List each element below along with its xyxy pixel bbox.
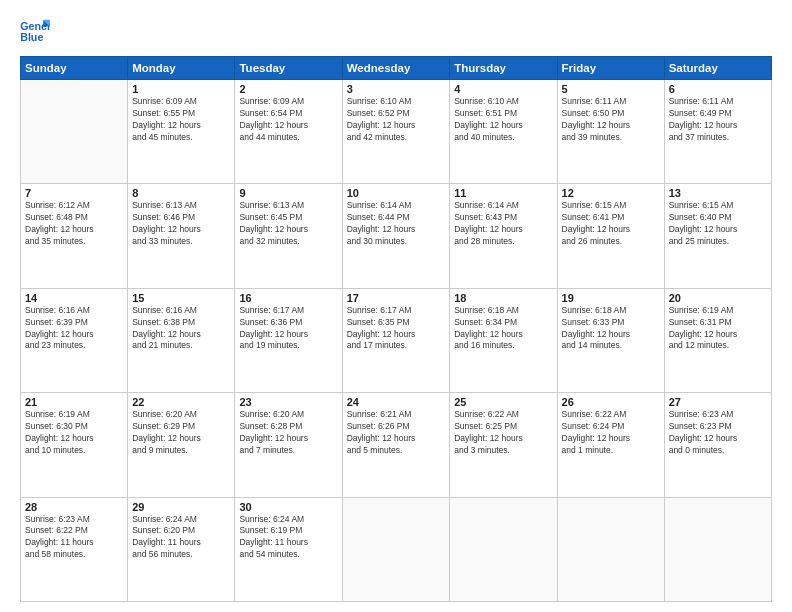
day-info: Sunrise: 6:18 AMSunset: 6:34 PMDaylight:… bbox=[454, 305, 552, 353]
calendar-cell: 19Sunrise: 6:18 AMSunset: 6:33 PMDayligh… bbox=[557, 288, 664, 392]
day-info: Sunrise: 6:13 AMSunset: 6:45 PMDaylight:… bbox=[239, 200, 337, 248]
day-number: 17 bbox=[347, 292, 446, 304]
calendar: SundayMondayTuesdayWednesdayThursdayFrid… bbox=[20, 56, 772, 602]
day-header-saturday: Saturday bbox=[664, 57, 771, 80]
day-info: Sunrise: 6:15 AMSunset: 6:40 PMDaylight:… bbox=[669, 200, 767, 248]
day-number: 4 bbox=[454, 83, 552, 95]
calendar-cell bbox=[557, 497, 664, 601]
day-info: Sunrise: 6:18 AMSunset: 6:33 PMDaylight:… bbox=[562, 305, 660, 353]
calendar-cell: 24Sunrise: 6:21 AMSunset: 6:26 PMDayligh… bbox=[342, 393, 450, 497]
calendar-cell: 18Sunrise: 6:18 AMSunset: 6:34 PMDayligh… bbox=[450, 288, 557, 392]
calendar-cell: 21Sunrise: 6:19 AMSunset: 6:30 PMDayligh… bbox=[21, 393, 128, 497]
day-number: 24 bbox=[347, 396, 446, 408]
day-info: Sunrise: 6:23 AMSunset: 6:23 PMDaylight:… bbox=[669, 409, 767, 457]
day-number: 27 bbox=[669, 396, 767, 408]
day-info: Sunrise: 6:09 AMSunset: 6:55 PMDaylight:… bbox=[132, 96, 230, 144]
day-info: Sunrise: 6:22 AMSunset: 6:24 PMDaylight:… bbox=[562, 409, 660, 457]
calendar-cell: 20Sunrise: 6:19 AMSunset: 6:31 PMDayligh… bbox=[664, 288, 771, 392]
day-info: Sunrise: 6:17 AMSunset: 6:36 PMDaylight:… bbox=[239, 305, 337, 353]
week-row-1: 1Sunrise: 6:09 AMSunset: 6:55 PMDaylight… bbox=[21, 80, 772, 184]
calendar-cell: 12Sunrise: 6:15 AMSunset: 6:41 PMDayligh… bbox=[557, 184, 664, 288]
day-header-sunday: Sunday bbox=[21, 57, 128, 80]
day-info: Sunrise: 6:19 AMSunset: 6:30 PMDaylight:… bbox=[25, 409, 123, 457]
calendar-cell: 17Sunrise: 6:17 AMSunset: 6:35 PMDayligh… bbox=[342, 288, 450, 392]
day-number: 29 bbox=[132, 501, 230, 513]
calendar-cell: 22Sunrise: 6:20 AMSunset: 6:29 PMDayligh… bbox=[128, 393, 235, 497]
week-row-3: 14Sunrise: 6:16 AMSunset: 6:39 PMDayligh… bbox=[21, 288, 772, 392]
day-info: Sunrise: 6:10 AMSunset: 6:52 PMDaylight:… bbox=[347, 96, 446, 144]
day-number: 12 bbox=[562, 187, 660, 199]
day-info: Sunrise: 6:13 AMSunset: 6:46 PMDaylight:… bbox=[132, 200, 230, 248]
day-info: Sunrise: 6:11 AMSunset: 6:50 PMDaylight:… bbox=[562, 96, 660, 144]
day-number: 1 bbox=[132, 83, 230, 95]
week-row-2: 7Sunrise: 6:12 AMSunset: 6:48 PMDaylight… bbox=[21, 184, 772, 288]
day-number: 16 bbox=[239, 292, 337, 304]
day-number: 20 bbox=[669, 292, 767, 304]
day-number: 3 bbox=[347, 83, 446, 95]
day-number: 11 bbox=[454, 187, 552, 199]
calendar-cell: 13Sunrise: 6:15 AMSunset: 6:40 PMDayligh… bbox=[664, 184, 771, 288]
day-info: Sunrise: 6:12 AMSunset: 6:48 PMDaylight:… bbox=[25, 200, 123, 248]
calendar-cell: 30Sunrise: 6:24 AMSunset: 6:19 PMDayligh… bbox=[235, 497, 342, 601]
calendar-cell: 4Sunrise: 6:10 AMSunset: 6:51 PMDaylight… bbox=[450, 80, 557, 184]
calendar-cell: 26Sunrise: 6:22 AMSunset: 6:24 PMDayligh… bbox=[557, 393, 664, 497]
day-number: 26 bbox=[562, 396, 660, 408]
day-header-friday: Friday bbox=[557, 57, 664, 80]
day-header-tuesday: Tuesday bbox=[235, 57, 342, 80]
day-number: 23 bbox=[239, 396, 337, 408]
day-number: 28 bbox=[25, 501, 123, 513]
day-number: 7 bbox=[25, 187, 123, 199]
day-number: 8 bbox=[132, 187, 230, 199]
day-info: Sunrise: 6:09 AMSunset: 6:54 PMDaylight:… bbox=[239, 96, 337, 144]
day-number: 14 bbox=[25, 292, 123, 304]
day-number: 19 bbox=[562, 292, 660, 304]
calendar-cell: 27Sunrise: 6:23 AMSunset: 6:23 PMDayligh… bbox=[664, 393, 771, 497]
day-info: Sunrise: 6:20 AMSunset: 6:29 PMDaylight:… bbox=[132, 409, 230, 457]
calendar-cell: 2Sunrise: 6:09 AMSunset: 6:54 PMDaylight… bbox=[235, 80, 342, 184]
day-number: 15 bbox=[132, 292, 230, 304]
day-number: 25 bbox=[454, 396, 552, 408]
day-info: Sunrise: 6:10 AMSunset: 6:51 PMDaylight:… bbox=[454, 96, 552, 144]
day-info: Sunrise: 6:24 AMSunset: 6:20 PMDaylight:… bbox=[132, 514, 230, 562]
day-info: Sunrise: 6:21 AMSunset: 6:26 PMDaylight:… bbox=[347, 409, 446, 457]
calendar-cell: 29Sunrise: 6:24 AMSunset: 6:20 PMDayligh… bbox=[128, 497, 235, 601]
week-row-5: 28Sunrise: 6:23 AMSunset: 6:22 PMDayligh… bbox=[21, 497, 772, 601]
day-number: 22 bbox=[132, 396, 230, 408]
calendar-cell: 8Sunrise: 6:13 AMSunset: 6:46 PMDaylight… bbox=[128, 184, 235, 288]
day-info: Sunrise: 6:22 AMSunset: 6:25 PMDaylight:… bbox=[454, 409, 552, 457]
calendar-cell: 6Sunrise: 6:11 AMSunset: 6:49 PMDaylight… bbox=[664, 80, 771, 184]
calendar-cell: 7Sunrise: 6:12 AMSunset: 6:48 PMDaylight… bbox=[21, 184, 128, 288]
week-row-4: 21Sunrise: 6:19 AMSunset: 6:30 PMDayligh… bbox=[21, 393, 772, 497]
calendar-cell: 1Sunrise: 6:09 AMSunset: 6:55 PMDaylight… bbox=[128, 80, 235, 184]
calendar-cell: 11Sunrise: 6:14 AMSunset: 6:43 PMDayligh… bbox=[450, 184, 557, 288]
day-info: Sunrise: 6:23 AMSunset: 6:22 PMDaylight:… bbox=[25, 514, 123, 562]
calendar-cell bbox=[21, 80, 128, 184]
day-info: Sunrise: 6:16 AMSunset: 6:38 PMDaylight:… bbox=[132, 305, 230, 353]
day-number: 9 bbox=[239, 187, 337, 199]
calendar-cell: 14Sunrise: 6:16 AMSunset: 6:39 PMDayligh… bbox=[21, 288, 128, 392]
svg-text:Blue: Blue bbox=[20, 31, 43, 43]
day-header-monday: Monday bbox=[128, 57, 235, 80]
calendar-cell: 9Sunrise: 6:13 AMSunset: 6:45 PMDaylight… bbox=[235, 184, 342, 288]
day-number: 18 bbox=[454, 292, 552, 304]
calendar-cell: 10Sunrise: 6:14 AMSunset: 6:44 PMDayligh… bbox=[342, 184, 450, 288]
calendar-cell: 15Sunrise: 6:16 AMSunset: 6:38 PMDayligh… bbox=[128, 288, 235, 392]
day-number: 10 bbox=[347, 187, 446, 199]
day-info: Sunrise: 6:15 AMSunset: 6:41 PMDaylight:… bbox=[562, 200, 660, 248]
day-number: 13 bbox=[669, 187, 767, 199]
day-info: Sunrise: 6:24 AMSunset: 6:19 PMDaylight:… bbox=[239, 514, 337, 562]
day-header-thursday: Thursday bbox=[450, 57, 557, 80]
day-info: Sunrise: 6:19 AMSunset: 6:31 PMDaylight:… bbox=[669, 305, 767, 353]
day-number: 21 bbox=[25, 396, 123, 408]
day-info: Sunrise: 6:14 AMSunset: 6:43 PMDaylight:… bbox=[454, 200, 552, 248]
logo: General Blue bbox=[20, 18, 50, 46]
calendar-cell bbox=[664, 497, 771, 601]
day-info: Sunrise: 6:14 AMSunset: 6:44 PMDaylight:… bbox=[347, 200, 446, 248]
calendar-cell: 23Sunrise: 6:20 AMSunset: 6:28 PMDayligh… bbox=[235, 393, 342, 497]
day-info: Sunrise: 6:11 AMSunset: 6:49 PMDaylight:… bbox=[669, 96, 767, 144]
day-info: Sunrise: 6:20 AMSunset: 6:28 PMDaylight:… bbox=[239, 409, 337, 457]
calendar-cell: 5Sunrise: 6:11 AMSunset: 6:50 PMDaylight… bbox=[557, 80, 664, 184]
calendar-cell: 25Sunrise: 6:22 AMSunset: 6:25 PMDayligh… bbox=[450, 393, 557, 497]
day-number: 5 bbox=[562, 83, 660, 95]
calendar-cell: 3Sunrise: 6:10 AMSunset: 6:52 PMDaylight… bbox=[342, 80, 450, 184]
